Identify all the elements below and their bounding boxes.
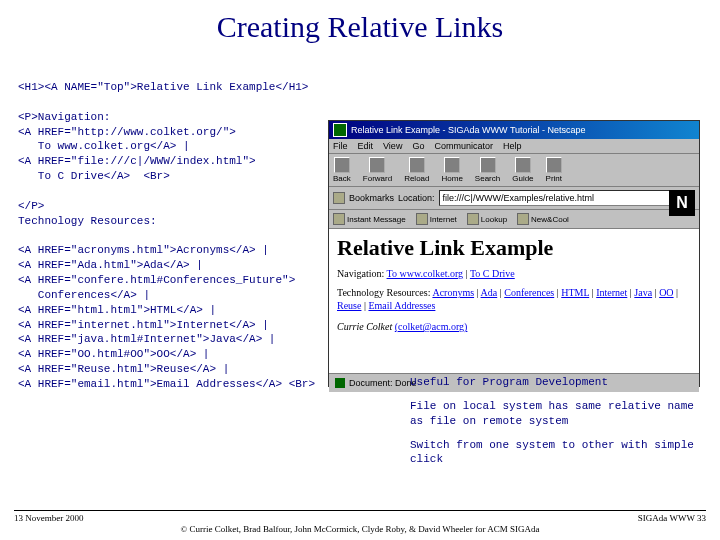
tech-link[interactable]: Java [634,287,652,298]
bookmark-icon [467,213,479,225]
menu-item[interactable]: File [333,141,348,151]
toolbar-button[interactable]: Home [442,157,463,183]
tech-link[interactable]: Reuse [337,300,361,311]
netscape-logo-icon: N [669,190,695,216]
author-line: Currie Colket (colket@acm.org) [337,320,691,333]
guide-icon [515,157,531,173]
personal-toolbar-item[interactable]: New&Cool [517,213,569,225]
slide-footer: 13 November 2000 SIGAda WWW 33 © Currie … [14,510,706,534]
app-icon [333,123,347,137]
reload-icon [409,157,425,173]
tech-line: Technology Resources: Acronyms | Ada | C… [337,286,691,312]
note-1: Useful for Program Development [410,375,700,389]
forward-icon [369,157,385,173]
nav-link[interactable]: To www.colket.org [387,268,464,279]
status-text: Document: Done [349,378,417,388]
bookmark-icon [517,213,529,225]
tech-link[interactable]: HTML [561,287,589,298]
footer-copyright: © Currie Colket, Brad Balfour, John McCo… [14,524,706,534]
nav-line: Navigation: To www.colket.org | To C Dri… [337,267,691,280]
bullet-notes: Useful for Program Development File on l… [410,375,700,476]
toolbar-button[interactable]: Reload [404,157,429,183]
slide-title: Creating Relative Links [0,0,720,44]
tech-link[interactable]: OO [659,287,673,298]
menu-item[interactable]: Edit [358,141,374,151]
menu-item[interactable]: Communicator [434,141,493,151]
menu-bar[interactable]: FileEditViewGoCommunicatorHelp [329,139,699,154]
search-icon [480,157,496,173]
menu-item[interactable]: View [383,141,402,151]
bookmark-icon [333,213,345,225]
window-title-text: Relative Link Example - SIGAda WWW Tutor… [351,125,586,135]
netscape-window: Relative Link Example - SIGAda WWW Tutor… [328,120,700,387]
bookmarks-label[interactable]: Bookmarks [349,193,394,203]
menu-item[interactable]: Go [412,141,424,151]
nav-link[interactable]: To C Drive [470,268,515,279]
personal-toolbar-item[interactable]: Internet [416,213,457,225]
location-input[interactable]: file:///C|/WWW/Examples/relative.html [439,190,695,206]
toolbar[interactable]: BackForwardReloadHomeSearchGuidePrint [329,154,699,187]
email-link[interactable]: (colket@acm.org) [395,321,468,332]
tech-link[interactable]: Internet [596,287,627,298]
page-heading: Relative Link Example [337,235,691,261]
personal-toolbar-item[interactable]: Lookup [467,213,507,225]
note-3: Switch from one system to other with sim… [410,438,700,467]
tech-link[interactable]: Acronyms [432,287,474,298]
toolbar-button[interactable]: Forward [363,157,392,183]
location-bar: Bookmarks Location: file:///C|/WWW/Examp… [329,187,699,210]
home-icon [444,157,460,173]
footer-page: SIGAda WWW 33 [638,513,706,523]
bookmark-icon [416,213,428,225]
menu-item[interactable]: Help [503,141,522,151]
tech-link[interactable]: Conferences [504,287,554,298]
footer-date: 13 November 2000 [14,513,84,523]
page-content: Relative Link Example Navigation: To www… [329,229,699,373]
location-label: Location: [398,193,435,203]
personal-toolbar-item[interactable]: Instant Message [333,213,406,225]
toolbar-button[interactable]: Guide [512,157,533,183]
personal-toolbar[interactable]: Instant MessageInternetLookupNew&Cool [329,210,699,229]
tech-link[interactable]: Email Addresses [368,300,435,311]
toolbar-button[interactable]: Back [333,157,351,183]
toolbar-button[interactable]: Print [546,157,562,183]
note-2: File on local system has same relative n… [410,399,700,428]
status-icon [335,378,345,388]
back-icon [334,157,350,173]
tech-link[interactable]: Ada [481,287,498,298]
bookmarks-icon[interactable] [333,192,345,204]
print-icon [546,157,562,173]
toolbar-button[interactable]: Search [475,157,500,183]
window-titlebar: Relative Link Example - SIGAda WWW Tutor… [329,121,699,139]
